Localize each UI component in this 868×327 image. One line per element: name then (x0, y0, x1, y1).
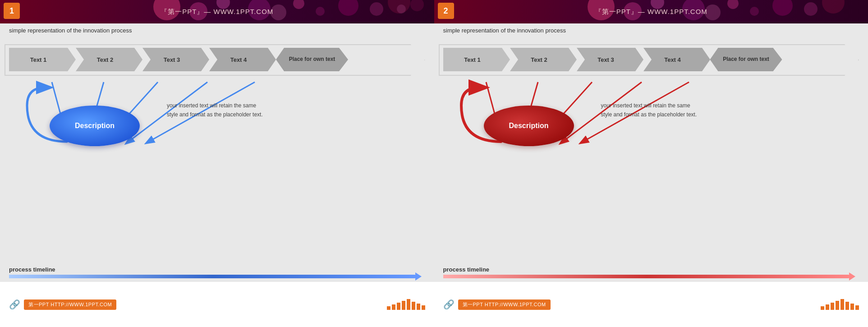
slide-2-timeline: process timeline (443, 266, 859, 278)
slide-2-footer: 🔗 第一PPT HTTP://WWW.1PPT.COM (434, 282, 868, 327)
slide-2-lower: Description your inserted text will reta… (443, 78, 859, 169)
slide-1-timeline: process timeline (9, 266, 425, 278)
ribbon-item-3: Text 3 (142, 48, 201, 71)
slide-2-content: Text 1 Text 2 Text 3 Text 4 Place for ow… (434, 34, 868, 169)
slide-2-desc: your inserted text will retain the same … (601, 101, 700, 120)
slide-2-subtitle: simple representation of the innovation … (434, 23, 868, 34)
ribbon2-item-last: Place for own text (710, 48, 782, 71)
slide-1-header-title: 『第一PPT』— WWW.1PPT.COM (161, 8, 273, 16)
slide-1-number: 1 (4, 3, 20, 19)
slide-1-timeline-label: process timeline (9, 266, 425, 273)
slide-2: 2 『第一PPT』— WWW.1PPT.COM simple represent… (434, 0, 868, 327)
ribbon-item-1: Text 1 (9, 48, 68, 71)
slide-1: 1 『第一PPT』— WWW.1PPT.COM simple represent… (0, 0, 434, 327)
slide-2-footer-url: 第一PPT HTTP://WWW.1PPT.COM (458, 299, 551, 310)
slide-2-footer-bars (821, 299, 859, 310)
slide-1-footer-url: 第一PPT HTTP://WWW.1PPT.COM (24, 299, 116, 310)
link-icon-1: 🔗 (9, 299, 20, 310)
slide-2-header-title: 『第一PPT』— WWW.1PPT.COM (595, 8, 707, 16)
slide-1-desc: your inserted text will retain the same … (167, 101, 266, 120)
slide-1-footer: 🔗 第一PPT HTTP://WWW.1PPT.COM (0, 282, 434, 327)
ribbon-item-4: Text 4 (209, 48, 268, 71)
ribbon2-item-2: Text 2 (510, 48, 569, 71)
slide-1-timeline-bar (9, 275, 416, 278)
slide-1-content: Text 1 Text 2 Text 3 Text 4 Place for ow… (0, 34, 434, 169)
slide-2-number: 2 (438, 3, 454, 19)
ribbon2-item-1: Text 1 (443, 48, 502, 71)
slide-1-lower: Description your inserted text will reta… (9, 78, 425, 169)
slide-2-ribbon: Text 1 Text 2 Text 3 Text 4 Place for ow… (443, 45, 859, 74)
slide-1-ellipse: Description (50, 106, 140, 146)
ribbon2-item-4: Text 4 (643, 48, 702, 71)
slide-1-subtitle: simple representation of the innovation … (0, 23, 434, 34)
slide-1-footer-bars (387, 299, 425, 310)
ribbon-item-2: Text 2 (76, 48, 134, 71)
slide-1-header: 1 『第一PPT』— WWW.1PPT.COM (0, 0, 434, 23)
slide-2-header: 2 『第一PPT』— WWW.1PPT.COM (434, 0, 868, 23)
ribbon-item-last: Place for own text (276, 48, 348, 71)
link-icon-2: 🔗 (443, 299, 455, 310)
slide-1-ribbon: Text 1 Text 2 Text 3 Text 4 Place for ow… (9, 45, 425, 74)
slide-2-timeline-bar (443, 275, 850, 278)
ribbon2-item-3: Text 3 (577, 48, 635, 71)
slide-2-ellipse: Description (484, 106, 574, 146)
slide-2-timeline-label: process timeline (443, 266, 859, 273)
